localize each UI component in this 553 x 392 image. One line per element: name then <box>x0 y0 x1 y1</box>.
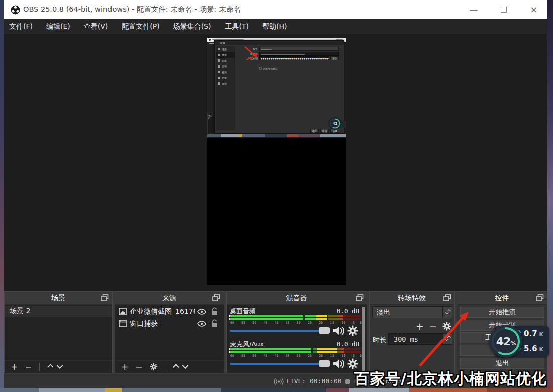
sources-toolbar: + − <box>115 360 224 373</box>
transition-select[interactable]: 淡出 <box>372 306 443 318</box>
remove-transition-button[interactable]: − <box>429 321 437 332</box>
popout-icon[interactable] <box>536 294 544 302</box>
mini-speed-panel <box>341 121 346 128</box>
volume-slider-knob[interactable] <box>319 360 330 367</box>
mini-auth-checkbox <box>259 67 262 70</box>
scenes-title: 场景 <box>51 294 65 303</box>
mini-scenes-dock: 场景2 <box>207 113 214 133</box>
source-row-image[interactable]: 企业微信截图_16176 <box>115 306 224 317</box>
volume-meter <box>229 351 361 353</box>
window-capture-source-black <box>207 138 346 285</box>
duration-spinner[interactable] <box>442 333 452 345</box>
exit-button[interactable]: 退出 <box>460 358 544 369</box>
menu-item[interactable]: 工具(T) <box>225 22 248 31</box>
menu-item[interactable]: 文件(F) <box>9 22 33 31</box>
sources-panel: 来源 企业微信截图_16176 <box>115 291 224 373</box>
volume-slider-knob[interactable] <box>319 327 330 334</box>
popout-icon[interactable] <box>101 294 109 302</box>
add-transition-button[interactable]: + <box>416 321 424 332</box>
scene-item[interactable]: 场景 2 <box>5 306 112 317</box>
mini-cancel-button: 取消 <box>320 129 329 133</box>
channel-settings-gear-icon[interactable] <box>347 358 358 369</box>
source-row-window-capture[interactable]: 窗口捕获 <box>115 318 224 329</box>
window-titlebar: OBS 25.0.8 (64-bit, windows) - 配置文件: 未命名… <box>4 0 547 19</box>
mini-auth-label: 使用身份验证 <box>263 67 278 70</box>
controls-title: 控件 <box>495 294 509 303</box>
visibility-eye-icon[interactable] <box>197 308 207 315</box>
mini-server-field <box>259 52 339 56</box>
speaker-icon[interactable] <box>332 358 345 369</box>
channel-settings-gear-icon[interactable] <box>347 325 358 336</box>
transitions-panel: 转场特效 淡出 + − <box>369 291 455 373</box>
unlock-icon[interactable] <box>211 307 218 316</box>
scenes-header: 场景 <box>5 292 112 304</box>
mini-sidebar-item: 热键 <box>216 75 235 81</box>
mini-sidebar-icon <box>218 71 220 73</box>
maximize-icon <box>501 7 507 13</box>
window-source-icon <box>119 320 127 327</box>
meter-scale: -60-55-50-45-40-35-30-25-20-15-10-50 <box>228 354 362 358</box>
transitions-header: 转场特效 <box>370 292 454 304</box>
remove-source-button[interactable]: − <box>135 363 142 371</box>
visibility-eye-icon[interactable] <box>197 320 207 327</box>
scenes-toolbar: + − <box>5 360 112 373</box>
transition-properties-gear-icon[interactable] <box>442 322 451 331</box>
menu-item[interactable]: 场景集合(S) <box>173 22 211 31</box>
speed-widget-percent-badge[interactable]: 42% <box>489 325 522 358</box>
meter-scale: -60-55-50-45-40-35-30-25-20-15-10-50 <box>228 321 362 325</box>
add-source-button[interactable]: + <box>121 363 128 371</box>
remove-scene-button[interactable]: − <box>25 363 32 371</box>
sources-header: 来源 <box>115 292 224 304</box>
mini-sidebar-item: 输出 <box>216 58 235 64</box>
mini-ok-button: 确定 <box>310 129 319 133</box>
unlock-icon[interactable] <box>211 319 218 328</box>
menu-item[interactable]: 编辑(E) <box>46 22 70 31</box>
source-name: 企业微信截图_16176 <box>130 307 195 316</box>
add-scene-button[interactable]: + <box>11 363 18 371</box>
mini-sidebar-icon <box>218 65 220 68</box>
mini-desktop-strip <box>207 134 346 137</box>
mini-sidebar-item: 高级 <box>216 81 235 87</box>
mini-sidebar-item: 推流 <box>216 52 235 58</box>
menu-item[interactable]: 查看(V) <box>84 22 108 31</box>
mini-speed-badge: 42 <box>328 117 341 130</box>
popout-icon[interactable] <box>443 294 451 302</box>
move-scene-up-button[interactable] <box>47 364 53 370</box>
live-broadcast-icon <box>274 378 284 385</box>
transition-select-spinner[interactable] <box>442 306 452 318</box>
move-source-up-button[interactable] <box>172 364 179 370</box>
move-source-down-button[interactable] <box>182 362 188 369</box>
watermark-text: 百家号/北京林小楠网站优化 <box>354 369 547 389</box>
mini-settings-dialog: 设置 通用推流输出音频视频热键高级 服务 服务器 串流密钥 ●●●●●●●●●●… <box>214 40 344 134</box>
duration-field[interactable]: 300 ms <box>388 333 443 345</box>
scenes-list: 场景 2 + − <box>5 304 112 373</box>
source-name: 窗口捕获 <box>130 319 195 328</box>
mini-sidebar-icon <box>218 59 220 62</box>
image-source-screenshot: 场景2 设置 通用推流输出音频视频热键高级 服务 服务器 串流密钥 ●●●●●●… <box>207 38 346 137</box>
mini-sidebar-icon <box>218 77 220 79</box>
mini-show-button: 显示 <box>330 56 339 60</box>
speaker-icon[interactable] <box>332 325 345 336</box>
source-properties-gear-icon[interactable] <box>150 363 158 371</box>
menu-item[interactable]: 帮助(H) <box>262 22 287 31</box>
popout-icon[interactable] <box>356 294 364 302</box>
minimize-button[interactable]: — <box>462 0 485 19</box>
maximize-button[interactable] <box>492 0 515 19</box>
channel-name: 麦克风/Aux <box>230 340 264 349</box>
menu-item[interactable]: 配置文件(P) <box>122 22 159 31</box>
start-streaming-button[interactable]: 开始推流 <box>460 307 544 318</box>
close-button[interactable]: ✕ <box>522 0 545 19</box>
mini-sidebar-icon <box>218 82 220 85</box>
mixer-scrollbar[interactable] <box>362 307 365 372</box>
sources-title: 来源 <box>162 294 176 303</box>
channel-name: 桌面音频 <box>230 307 256 316</box>
popout-icon[interactable] <box>212 294 220 302</box>
move-scene-down-button[interactable] <box>56 362 63 369</box>
mini-sidebar-item: 音频 <box>216 64 235 70</box>
live-timer: LIVE: 00:00:00 <box>286 377 342 385</box>
volume-slider[interactable] <box>230 330 329 332</box>
mini-dialog-title: 设置 <box>215 41 344 45</box>
mini-sidebar-icon <box>218 54 220 56</box>
rec-dot-icon <box>345 379 350 384</box>
volume-slider[interactable] <box>230 363 329 365</box>
